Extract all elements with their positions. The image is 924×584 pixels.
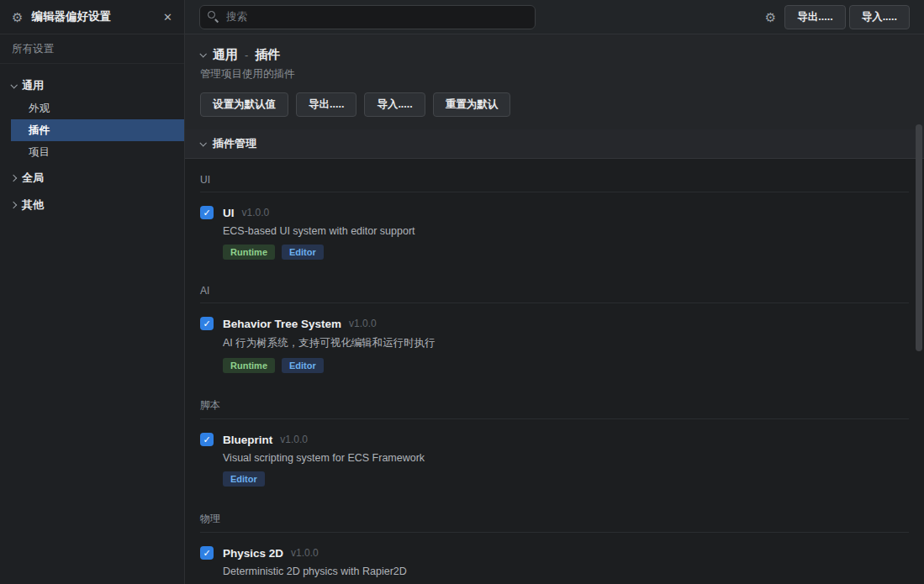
sidebar-item-label: 插件 — [29, 124, 50, 138]
badge-editor: Editor — [282, 358, 324, 373]
sidebar-item-label: 外观 — [29, 102, 50, 116]
divider — [200, 303, 909, 303]
plugin-version: v1.0.0 — [280, 434, 308, 445]
scrollbar-thumb[interactable] — [916, 124, 922, 351]
settings-gear-icon[interactable]: ⚙ — [765, 11, 776, 24]
plugin-category-label: 物理 — [200, 512, 909, 526]
all-settings-label[interactable]: 所有设置 — [0, 34, 184, 64]
plugin-category-label: AI — [200, 285, 909, 297]
plugin-version: v1.0.0 — [291, 547, 319, 559]
plugin-name: UI — [223, 207, 235, 219]
dialog-title: 编辑器偏好设置 — [31, 9, 163, 24]
close-icon[interactable]: ✕ — [163, 11, 172, 24]
plugin-enabled-checkbox[interactable]: ✓ — [200, 546, 214, 560]
plugin-badges: RuntimeEditor — [223, 358, 909, 373]
breadcrumb: 通用 - 插件 — [200, 46, 909, 63]
divider — [200, 192, 909, 192]
sidebar-item-label: 全局 — [22, 171, 44, 186]
plugin-enabled-checkbox[interactable]: ✓ — [200, 433, 214, 446]
checkmark-icon: ✓ — [203, 319, 210, 329]
checkmark-icon: ✓ — [203, 549, 210, 558]
breadcrumb-current: 插件 — [255, 47, 280, 63]
badge-editor: Editor — [223, 471, 265, 487]
plugin-enabled-checkbox[interactable]: ✓ — [200, 206, 214, 219]
badge-runtime: Runtime — [223, 245, 275, 260]
sidebar-item-label: 通用 — [22, 78, 44, 93]
plugin-list: UI✓UIv1.0.0ECS-based UI system with edit… — [185, 159, 924, 584]
plugin-version: v1.0.0 — [349, 318, 377, 329]
section-header-plugin-management[interactable]: 插件管理 — [185, 129, 924, 159]
plugin-name: Physics 2D — [223, 547, 283, 560]
chevron-down-icon — [199, 139, 206, 146]
breadcrumb-parent[interactable]: 通用 — [213, 47, 238, 63]
sidebar-item-plugins[interactable]: 插件 — [11, 119, 184, 141]
sidebar-item-general[interactable]: 通用 — [11, 74, 184, 97]
sidebar-titlebar: ⚙ 编辑器偏好设置 ✕ — [0, 0, 184, 34]
plugin-category-label: UI — [200, 174, 909, 186]
export-plugins-button[interactable]: 导出..... — [296, 92, 356, 117]
plugin-name: Blueprint — [223, 434, 272, 446]
topbar: ⚙ 导出..... 导入..... — [185, 0, 924, 34]
search-icon — [208, 11, 219, 22]
plugin-enabled-checkbox[interactable]: ✓ — [200, 317, 214, 330]
sidebar-item-project[interactable]: 项目 — [11, 141, 184, 163]
settings-tree: 通用外观插件项目全局其他 — [11, 64, 184, 217]
plugin-description: Visual scripting system for ECS Framewor… — [223, 452, 909, 464]
plugin-category-label: 脚本 — [200, 398, 909, 413]
sidebar-item-global[interactable]: 全局 — [11, 166, 184, 190]
chevron-down-icon[interactable] — [199, 50, 206, 57]
badge-editor: Editor — [282, 245, 324, 260]
search-input[interactable] — [199, 5, 536, 29]
sidebar-item-other[interactable]: 其他 — [11, 193, 184, 217]
checkmark-icon: ✓ — [203, 208, 210, 218]
plugin-item: ✓UIv1.0.0ECS-based UI system with editor… — [200, 206, 909, 260]
breadcrumb-separator: - — [245, 49, 248, 61]
sidebar: ⚙ 编辑器偏好设置 ✕ 所有设置 通用外观插件项目全局其他 — [0, 0, 185, 584]
plugin-badges: Editor — [223, 471, 909, 487]
import-button[interactable]: 导入..... — [849, 5, 910, 29]
plugin-head: ✓Physics 2Dv1.0.0 — [200, 546, 909, 560]
chevron-right-icon — [10, 202, 17, 208]
gear-icon: ⚙ — [12, 11, 23, 24]
plugin-name: Behavior Tree System — [223, 318, 341, 330]
plugin-head: ✓UIv1.0.0 — [200, 206, 909, 219]
search-wrap — [199, 5, 536, 29]
plugin-badges: RuntimeEditor — [223, 245, 909, 260]
plugin-version: v1.0.0 — [242, 207, 270, 218]
plugin-item: ✓Blueprintv1.0.0Visual scripting system … — [200, 433, 909, 487]
import-plugins-button[interactable]: 导入..... — [364, 92, 425, 117]
plugin-head: ✓Blueprintv1.0.0 — [200, 433, 909, 446]
divider — [200, 532, 909, 533]
plugin-head: ✓Behavior Tree Systemv1.0.0 — [200, 317, 909, 330]
badge-runtime: Runtime — [223, 358, 275, 373]
header-buttons: 设置为默认值 导出..... 导入..... 重置为默认 — [200, 92, 909, 117]
sidebar-item-label: 其他 — [22, 197, 44, 213]
set-default-button[interactable]: 设置为默认值 — [200, 92, 288, 117]
sidebar-item-label: 项目 — [29, 145, 50, 160]
chevron-right-icon — [10, 175, 17, 182]
main-pane: ⚙ 导出..... 导入..... 通用 - 插件 管理项目使用的插件 设置为默… — [185, 0, 924, 584]
plugin-description: AI 行为树系统，支持可视化编辑和运行时执行 — [223, 336, 909, 350]
plugin-description: ECS-based UI system with editor support — [223, 225, 909, 237]
sidebar-item-appearance[interactable]: 外观 — [11, 97, 184, 119]
export-button[interactable]: 导出..... — [784, 5, 845, 29]
plugin-item: ✓Behavior Tree Systemv1.0.0AI 行为树系统，支持可视… — [200, 317, 909, 373]
plugin-item: ✓Physics 2Dv1.0.0Deterministic 2D physic… — [200, 546, 909, 584]
checkmark-icon: ✓ — [203, 435, 210, 445]
reset-default-button[interactable]: 重置为默认 — [433, 92, 511, 117]
page-header: 通用 - 插件 管理项目使用的插件 设置为默认值 导出..... 导入.....… — [185, 34, 924, 129]
divider — [200, 418, 909, 419]
chevron-down-icon — [10, 82, 17, 88]
plugin-description: Deterministic 2D physics with Rapier2D — [223, 566, 909, 577]
page-subtitle: 管理项目使用的插件 — [200, 67, 909, 82]
section-title: 插件管理 — [213, 136, 256, 151]
